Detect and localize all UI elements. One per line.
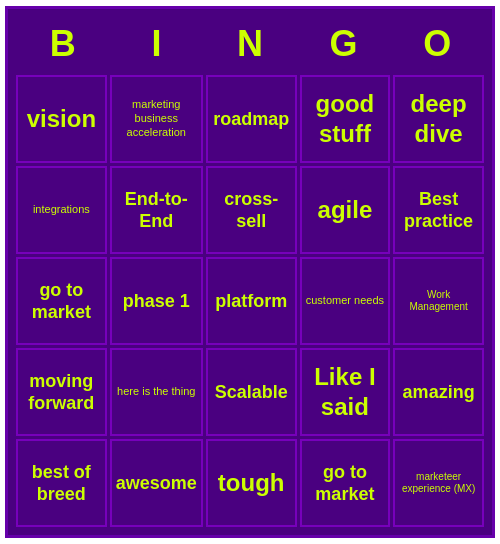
bingo-cell: integrations [16,166,107,254]
cell-text: Work Management [399,289,478,314]
bingo-cell: Like I said [300,348,391,436]
bingo-cell: tough [206,439,297,527]
cell-text: amazing [403,381,475,404]
bingo-cell: phase 1 [110,257,203,345]
cell-text: vision [27,104,96,134]
bingo-cell: go to market [300,439,391,527]
cell-text: Scalable [215,381,288,404]
cell-text: customer needs [306,294,384,308]
bingo-cell: good stuff [300,75,391,163]
bingo-cell: vision [16,75,107,163]
cell-text: deep dive [399,89,478,149]
bingo-cell: amazing [393,348,484,436]
cell-text: good stuff [306,89,385,149]
cell-text: go to market [22,279,101,324]
bingo-card: BINGO visionmarketing business accelerat… [5,6,495,538]
bingo-cell: roadmap [206,75,297,163]
bingo-letter: O [390,17,484,71]
bingo-letter: B [16,17,110,71]
cell-text: End-to-End [116,188,197,233]
cell-text: marketing business acceleration [116,98,197,139]
bingo-cell: customer needs [300,257,391,345]
bingo-cell: cross-sell [206,166,297,254]
bingo-cell: agile [300,166,391,254]
bingo-cell: deep dive [393,75,484,163]
cell-text: integrations [33,203,90,217]
cell-text: agile [318,195,373,225]
bingo-letter: N [203,17,297,71]
bingo-cell: marketing business acceleration [110,75,203,163]
bingo-cell: go to market [16,257,107,345]
cell-text: awesome [116,472,197,495]
bingo-grid: visionmarketing business accelerationroa… [16,75,484,527]
bingo-cell: End-to-End [110,166,203,254]
bingo-cell: here is the thing [110,348,203,436]
bingo-cell: awesome [110,439,203,527]
cell-text: moving forward [22,370,101,415]
bingo-cell: moving forward [16,348,107,436]
bingo-cell: Best practice [393,166,484,254]
cell-text: roadmap [213,108,289,131]
cell-text: cross-sell [212,188,291,233]
bingo-letter: I [110,17,204,71]
cell-text: best of breed [22,461,101,506]
bingo-cell: best of breed [16,439,107,527]
cell-text: platform [215,290,287,313]
bingo-cell: platform [206,257,297,345]
cell-text: marketeer experience (MX) [399,471,478,496]
cell-text: go to market [306,461,385,506]
bingo-header: BINGO [16,17,484,71]
cell-text: phase 1 [123,290,190,313]
cell-text: tough [218,468,285,498]
bingo-cell: marketeer experience (MX) [393,439,484,527]
bingo-cell: Work Management [393,257,484,345]
bingo-letter: G [297,17,391,71]
bingo-cell: Scalable [206,348,297,436]
cell-text: Like I said [306,362,385,422]
cell-text: Best practice [399,188,478,233]
cell-text: here is the thing [117,385,195,399]
